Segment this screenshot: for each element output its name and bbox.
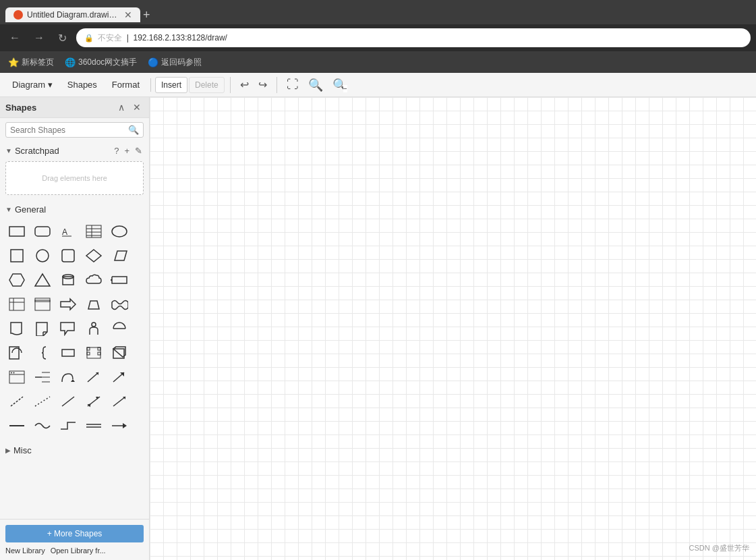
shape-hexagon[interactable] [5,269,28,291]
shape-diamond[interactable] [82,244,105,267]
tab-title: Untitled Diagram.drawio - dra... [27,10,120,20]
shape-straight-line[interactable] [5,414,28,437]
svg-line-54 [35,397,50,406]
shape-parallelogram[interactable] [108,244,131,267]
shape-frame[interactable] [31,293,54,316]
shape-dashed-line[interactable] [31,390,54,413]
shape-rounded-rect[interactable] [31,220,54,243]
scratchpad-add-button[interactable]: + [123,146,131,156]
shape-window[interactable] [5,366,28,389]
scratchpad-actions: ? + ✎ [113,146,144,156]
shape-square[interactable] [5,244,28,267]
svg-marker-24 [61,299,76,310]
sidebar-minimize-button[interactable]: ∧ [115,101,127,113]
tab-close-button[interactable]: ✕ [124,10,132,20]
menu-format[interactable]: Format [105,77,146,92]
shape-ellipse[interactable] [108,220,131,243]
shape-callout[interactable] [57,317,80,340]
back-button[interactable]: ← [5,30,24,45]
shape-triangle[interactable] [31,269,54,291]
shape-note[interactable] [31,317,54,340]
shape-up-arrow-line[interactable] [108,390,131,413]
shape-curve-arrow[interactable] [57,366,80,389]
general-label: General [15,204,46,215]
shape-small-rect[interactable] [57,341,80,364]
redo-button[interactable]: ↪ [254,76,271,94]
bookmarks-bar: ⭐ 新标签页 🌐 360doc网文摘手 🔵 返回码参照 [0,51,756,73]
svg-rect-34 [87,352,90,355]
shape-brace[interactable] [31,341,54,364]
shape-person[interactable] [82,317,105,340]
url-address: 192.168.2.133:8128/draw/ [133,33,227,43]
shape-document[interactable] [5,317,28,340]
shape-diagonal-arrow[interactable] [82,366,105,389]
shape-half-circle[interactable] [108,317,131,340]
sidebar-close-button[interactable]: ✕ [130,101,144,113]
misc-section-header[interactable]: ▶ Misc [0,441,149,458]
toolbar-sep-1 [230,77,231,93]
shape-diagonal-line[interactable] [5,390,28,413]
search-input[interactable] [10,125,125,135]
active-tab[interactable]: Untitled Diagram.drawio - dra... ✕ [5,7,140,22]
new-library-button[interactable]: New Library [5,547,45,555]
url-bar[interactable]: 🔒 不安全 | 192.168.2.133:8128/draw/ [76,28,751,47]
scratchpad-section-header[interactable]: ▼ Scratchpad ? + ✎ [0,142,149,159]
shape-connector-arrow[interactable] [108,414,131,437]
scratchpad-edit-button[interactable]: ✎ [134,146,144,156]
general-section-header[interactable]: ▼ General [0,200,149,217]
shape-arrow-right[interactable] [57,293,80,316]
shape-cloud[interactable] [82,269,105,291]
shape-rectangle[interactable] [5,220,28,243]
content-area: Shapes ∧ ✕ 🔍 ▼ Scratchpad [0,97,756,560]
search-box[interactable]: 🔍 [5,122,144,138]
bookmark-label-1: 新标签页 [22,57,54,68]
shape-table[interactable] [82,220,105,243]
bookmark-label-3: 返回码参照 [161,57,202,68]
sidebar-scroll-content: ▼ Scratchpad ? + ✎ Drag elements here ▼ [0,142,149,519]
shape-cylinder[interactable] [57,269,80,291]
new-tab-button[interactable]: + [143,8,150,22]
shape-cross-table[interactable] [5,293,28,316]
shape-wave[interactable] [108,293,131,316]
shape-double-line[interactable] [82,414,105,437]
shape-double-arrow-line[interactable] [82,390,105,413]
misc-label: Misc [13,445,32,455]
shape-text[interactable]: A [57,220,80,243]
menu-diagram[interactable]: Diagram ▾ [5,77,59,92]
shape-film[interactable] [82,341,105,364]
shape-circle[interactable] [31,244,54,267]
forward-button[interactable]: → [30,30,49,45]
shape-partial-rect[interactable] [5,341,28,364]
more-shapes-button[interactable]: + More Shapes [5,525,144,542]
fit-page-button[interactable]: ⛶ [283,75,303,94]
shape-elbow-line[interactable] [57,414,80,437]
bookmark-360doc[interactable]: 🌐 360doc网文摘手 [65,57,137,68]
bookmark-new-tab[interactable]: ⭐ 新标签页 [8,57,54,68]
shape-rounded-square[interactable] [57,244,80,267]
svg-marker-48 [71,379,75,382]
canvas-area[interactable]: CSDN @盛世芳华 [150,97,756,560]
menu-shapes[interactable]: Shapes [61,77,104,92]
watermark: CSDN @盛世芳华 [689,543,749,553]
delete-button[interactable]: Delete [189,77,225,93]
shape-label-line[interactable] [31,366,54,389]
shape-banner[interactable] [108,269,131,291]
svg-rect-33 [87,347,90,350]
shape-trapezoid[interactable] [82,293,105,316]
undo-button[interactable]: ↩ [236,76,253,94]
insert-button[interactable]: Insert [155,77,187,93]
url-text: 不安全 | 192.168.2.133:8128/draw/ [98,32,227,44]
shape-arrow-up-right[interactable] [108,366,131,389]
open-library-button[interactable]: Open Library fr... [51,547,106,555]
scratchpad-help-button[interactable]: ? [113,146,120,156]
shape-box-3d[interactable] [108,341,131,364]
bookmark-return-code[interactable]: 🔵 返回码参照 [148,57,202,68]
zoom-out-button[interactable]: 🔍− [328,75,351,95]
shape-angled-line[interactable] [57,390,80,413]
svg-text:A: A [62,227,67,237]
svg-rect-1 [35,227,50,236]
tab-favicon [13,10,23,20]
zoom-in-button[interactable]: 🔍 [304,75,327,95]
shape-curved-line[interactable] [31,414,54,437]
reload-button[interactable]: ↻ [54,30,71,46]
